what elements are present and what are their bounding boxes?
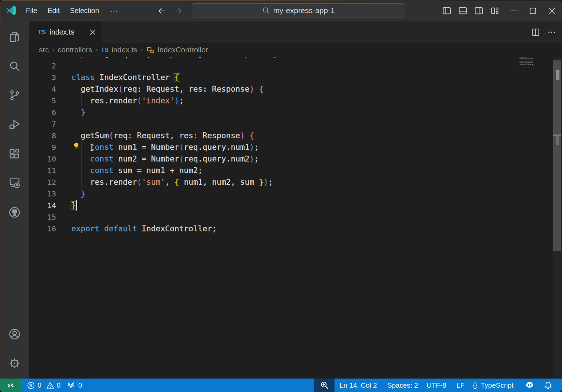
editor[interactable]: 12345678910111213141516 import { Request… [29,57,562,379]
line-number-6: 6 [29,107,56,118]
activity-bar-item-extensions[interactable] [8,148,21,160]
copilot-status[interactable] [525,379,535,392]
arrow-left-icon[interactable] [157,6,167,16]
line-number-12: 12 [29,176,56,188]
ports-indicator[interactable]: 0 [67,379,82,392]
line-number-13: 13 [29,188,56,200]
account-icon [8,328,21,340]
code-line-14: } [71,200,76,211]
code-line-11: const sum = num1 + num2; [71,165,203,176]
notifications-bell[interactable] [544,379,553,392]
breadcrumb-file[interactable]: index.ts [111,45,137,54]
copilot-icon [525,380,535,391]
error-icon [27,381,35,389]
language-mode[interactable]: {} TypeScript [473,379,514,392]
remote-icon [6,381,15,390]
minimize-icon[interactable] [504,0,523,21]
close-icon[interactable] [542,0,562,21]
breadcrumbs: src › controllers › TS index.ts › IndexC… [29,43,562,57]
code-line-10: const num2 = Number(req.query.num2); [71,153,259,165]
toggle-secondary-sidebar-icon[interactable] [471,3,487,19]
minimap-code-line-6: } [519,59,520,60]
scrollbar-thumb[interactable] [553,60,561,251]
code-line-1: import { Request, Response } from 'expre… [71,57,278,60]
command-center[interactable]: my-express-app-1 [192,3,405,17]
cursor-position[interactable]: Ln 14, Col 2 [340,379,377,392]
activity-bar-item-search[interactable] [8,60,21,72]
more-actions-icon[interactable] [546,27,557,38]
line-number-9: 9 [29,141,56,153]
split-editor-icon[interactable] [530,27,541,38]
menu-overflow-icon[interactable]: ··· [104,4,124,17]
editor-actions [530,21,557,43]
remote-indicator[interactable] [0,379,21,392]
menu-selection[interactable]: Selection [65,4,104,17]
line-number-1: 1 [29,57,56,60]
menu-file[interactable]: File [21,4,42,17]
extensions-icon [8,148,21,160]
problems-indicator[interactable]: 0 0 [27,379,60,392]
toggle-panel-icon[interactable] [455,3,471,19]
language-label: TypeScript [481,381,514,389]
window-left-border [0,1,1,379]
status-bar: 0 0 0 Ln 14, Col 2 Spaces: 2 UTF-8 LF {}… [0,379,562,392]
current-line-border-top [29,200,517,200]
zoom-in-icon [320,381,329,390]
code-line-9: const num1 = Number(req.query.num1); [71,141,259,153]
breadcrumb-src[interactable]: src [39,45,49,54]
menu-bar: File Edit Selection ··· [21,0,124,21]
zoom-indicator[interactable] [314,379,335,392]
minimap-code-line-16: export default IndexController; [519,67,530,68]
minimap-code-line-5: res.render('index'); [519,59,527,59]
bell-icon [544,381,553,390]
title-bar: File Edit Selection ··· my-express-app-1 [0,0,562,21]
breadcrumb-symbol[interactable]: IndexController [157,45,208,54]
ports-count: 0 [78,381,82,389]
eol-setting[interactable]: LF [456,379,464,392]
source-control-icon [8,89,21,101]
activity-bar-item-remote-explorer[interactable] [8,177,21,189]
tab-strip: TS index.ts [29,21,562,43]
line-number-4: 4 [29,83,56,95]
line-number-3: 3 [29,72,56,83]
tab-index-ts[interactable]: TS index.ts [29,21,102,43]
code-line-5: res.render('index'); [71,95,184,107]
command-center-text: my-express-app-1 [273,6,335,15]
minimap-code-line-12: res.render('sum', { num1, num2, sum }); [519,64,534,65]
symbol-class-icon [146,45,155,54]
maximize-icon[interactable] [523,0,542,21]
typescript-file-icon: TS [101,47,108,53]
editor-scrollbar[interactable] [553,57,561,379]
activity-bar-item-source-control[interactable] [8,89,21,101]
encoding-setting[interactable]: UTF-8 [427,379,446,392]
line-number-16: 16 [29,223,56,235]
breadcrumb-controllers[interactable]: controllers [58,45,92,54]
line-number-10: 10 [29,153,56,165]
activity-bar-item-explorer[interactable] [8,31,21,43]
debug-icon [8,118,21,131]
menu-edit[interactable]: Edit [42,4,65,17]
toggle-primary-sidebar-icon[interactable] [439,3,455,19]
remote-explorer-icon [8,177,21,189]
arrow-right-icon[interactable] [173,6,183,16]
activity-bar-item-github[interactable] [8,206,21,219]
vscode-logo-icon [6,5,16,16]
code-line-4: getIndex(req: Request, res: Response) { [71,83,264,95]
activity-bar-item-settings[interactable] [8,357,21,369]
activity-bar [0,21,29,379]
activity-bar-item-accounts[interactable] [8,328,21,340]
error-count: 0 [37,381,41,389]
tab-close-icon[interactable] [88,28,97,37]
customize-layout-icon[interactable] [487,3,503,19]
lightbulb-sparkle-icon[interactable] [72,142,80,150]
window-top-border [0,0,562,1]
minimap-code-line-14: } [519,66,519,67]
search-icon [262,7,270,14]
activity-bar-item-run-and-debug[interactable] [8,118,21,131]
files-icon [8,31,21,43]
line-number-2: 2 [29,60,56,72]
window-controls [504,0,562,21]
text-cursor [76,200,77,211]
code-line-16: export default IndexController; [71,223,217,235]
indentation-setting[interactable]: Spaces: 2 [387,379,418,392]
